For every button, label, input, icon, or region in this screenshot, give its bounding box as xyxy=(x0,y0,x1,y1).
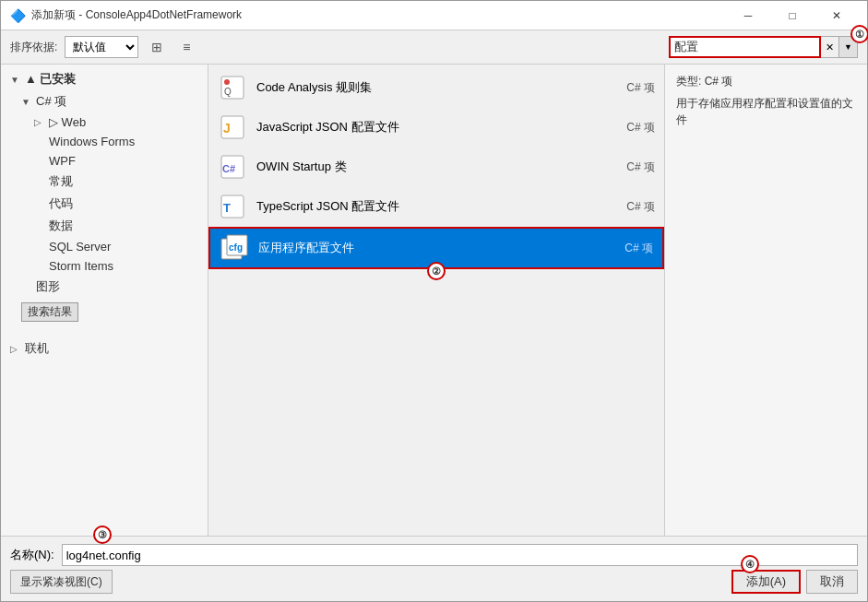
svg-point-1 xyxy=(224,79,230,85)
maximize-button[interactable]: □ xyxy=(771,6,814,25)
csharp-label: C# 项 xyxy=(36,93,66,110)
item-icon-app-config: cfg xyxy=(220,233,249,263)
annotation-badge-1: ① xyxy=(850,25,868,43)
sidebar-item-online[interactable]: ▷ 联机 xyxy=(1,337,208,360)
data-label: 数据 xyxy=(49,218,73,234)
svg-text:cfg: cfg xyxy=(229,242,243,253)
action-buttons: ④ 添加(A) 取消 xyxy=(731,570,858,594)
annotation-badge-3: ③ xyxy=(93,525,112,544)
svg-text:J: J xyxy=(223,121,231,136)
window-icon: 🔷 xyxy=(10,8,26,23)
title-bar-controls: ─ □ ✕ xyxy=(727,6,858,25)
sidebar: ▼ ▲ 已安装 ▼ C# 项 ▷ ▷ Web Windows Forms WPF xyxy=(1,65,208,536)
item-name-app-config: 应用程序配置文件 xyxy=(258,240,589,256)
item-name-owin: OWIN Startup 类 xyxy=(256,159,590,175)
title-bar: 🔷 添加新项 - ConsoleApp4DotNetFramework ─ □ … xyxy=(1,1,867,30)
name-label: 名称(N): xyxy=(10,547,54,563)
sidebar-item-search-results[interactable]: 搜索结果 xyxy=(1,300,208,325)
item-name-ts-json: TypeScript JSON 配置文件 xyxy=(256,198,590,215)
windows-forms-label: Windows Forms xyxy=(49,135,135,148)
svg-text:Q: Q xyxy=(224,87,232,97)
annotation-badge-2: ② xyxy=(427,262,446,280)
sidebar-item-data[interactable]: 数据 xyxy=(1,215,208,237)
online-arrow-icon: ▷ xyxy=(10,344,21,354)
svg-text:C#: C# xyxy=(222,163,235,174)
show-compact-button[interactable]: 显示紧凑视图(C) xyxy=(10,570,113,594)
sidebar-item-graphic[interactable]: 图形 xyxy=(1,276,208,298)
sidebar-item-wpf[interactable]: WPF xyxy=(1,151,208,171)
code-label: 代码 xyxy=(49,195,73,212)
item-type-owin: C# 项 xyxy=(600,159,655,175)
wpf-label: WPF xyxy=(49,154,76,168)
sidebar-item-installed[interactable]: ▼ ▲ 已安装 xyxy=(1,68,208,90)
annotation-badge-4: ④ xyxy=(741,555,759,573)
sidebar-item-sql[interactable]: SQL Server xyxy=(1,237,208,256)
installed-label: ▲ 已安装 xyxy=(25,71,76,88)
sidebar-item-storm[interactable]: Storm Items xyxy=(1,256,208,276)
grid-icon: ⊞ xyxy=(151,40,162,54)
item-type-ts-json: C# 项 xyxy=(600,199,655,215)
minimize-button[interactable]: ─ xyxy=(727,6,769,25)
common-label: 常规 xyxy=(49,173,73,190)
name-row: 名称(N): ③ xyxy=(1,537,867,570)
sort-label: 排序依据: xyxy=(10,40,57,55)
item-icon-owin: C# xyxy=(218,152,247,182)
storm-label: Storm Items xyxy=(49,259,113,273)
online-label: 联机 xyxy=(25,340,49,357)
list-icon: ≡ xyxy=(183,40,190,54)
grid-view-button[interactable]: ⊞ xyxy=(146,36,168,58)
item-type-code-analysis: C# 项 xyxy=(600,80,655,96)
search-results-tag[interactable]: 搜索结果 xyxy=(21,302,78,322)
item-name-code-analysis: Code Analysis 规则集 xyxy=(256,79,590,96)
main-content: ▼ ▲ 已安装 ▼ C# 项 ▷ ▷ Web Windows Forms WPF xyxy=(1,65,867,536)
item-row[interactable]: Q Code Analysis 规则集 C# 项 xyxy=(208,68,664,108)
button-row: 显示紧凑视图(C) ④ 添加(A) 取消 xyxy=(1,570,867,601)
csharp-arrow-icon: ▼ xyxy=(21,97,32,107)
sidebar-item-csharp[interactable]: ▼ C# 项 xyxy=(1,90,208,112)
sort-select[interactable]: 默认值 名称 类型 xyxy=(65,36,138,58)
sidebar-item-windows-forms[interactable]: Windows Forms xyxy=(1,132,208,151)
search-input[interactable] xyxy=(669,36,821,58)
sidebar-item-code[interactable]: 代码 xyxy=(1,193,208,215)
item-name-js-json: JavaScript JSON 配置文件 xyxy=(256,119,590,136)
item-row[interactable]: C# OWIN Startup 类 C# 项 xyxy=(208,148,664,187)
item-row[interactable]: J JavaScript JSON 配置文件 C# 项 xyxy=(208,108,664,148)
search-clear-button[interactable]: ✕ xyxy=(821,36,839,58)
installed-arrow-icon: ▼ xyxy=(10,75,21,85)
sidebar-gap xyxy=(1,325,208,337)
items-area: Q Code Analysis 规则集 C# 项 J JavaScript JS… xyxy=(208,65,664,536)
add-button[interactable]: 添加(A) xyxy=(731,570,801,594)
web-label: ▷ Web xyxy=(49,115,86,129)
sidebar-item-web[interactable]: ▷ ▷ Web xyxy=(1,112,208,132)
graphic-label: 图形 xyxy=(36,278,60,295)
right-panel: 类型: C# 项 用于存储应用程序配置和设置值的文件 xyxy=(664,65,867,536)
bottom-section: 名称(N): ③ 显示紧凑视图(C) ④ 添加(A) 取消 xyxy=(1,536,867,601)
content-panel: Q Code Analysis 规则集 C# 项 J JavaScript JS… xyxy=(208,65,664,536)
svg-text:T: T xyxy=(223,201,231,215)
sidebar-item-common[interactable]: 常规 xyxy=(1,171,208,193)
name-input[interactable] xyxy=(62,544,858,566)
item-type-app-config: C# 项 xyxy=(598,241,653,256)
close-button[interactable]: ✕ xyxy=(815,6,858,25)
item-row[interactable]: T TypeScript JSON 配置文件 C# 项 xyxy=(208,187,664,227)
selected-item-wrapper: cfg 应用程序配置文件 C# 项 ② xyxy=(208,227,664,269)
main-window: 🔷 添加新项 - ConsoleApp4DotNetFramework ─ □ … xyxy=(0,0,868,602)
web-arrow-icon: ▷ xyxy=(34,117,45,127)
item-icon-ts-json: T xyxy=(218,192,247,221)
right-panel-description: 用于存储应用程序配置和设置值的文件 xyxy=(676,95,856,128)
toolbar: 排序依据: 默认值 名称 类型 ⊞ ≡ ✕ ▼ ① xyxy=(1,30,867,65)
title-bar-left: 🔷 添加新项 - ConsoleApp4DotNetFramework xyxy=(10,7,242,23)
list-view-button[interactable]: ≡ xyxy=(175,36,197,58)
search-wrapper: ✕ ▼ xyxy=(669,36,858,58)
item-icon-js-json: J xyxy=(218,112,247,142)
cancel-button[interactable]: 取消 xyxy=(806,570,858,594)
item-icon-code-analysis: Q xyxy=(218,73,247,102)
right-panel-type: 类型: C# 项 xyxy=(676,74,856,89)
sql-label: SQL Server xyxy=(49,240,111,254)
item-type-js-json: C# 项 xyxy=(600,120,655,136)
window-title: 添加新项 - ConsoleApp4DotNetFramework xyxy=(31,7,242,23)
search-area: ✕ ▼ ① xyxy=(669,36,858,58)
